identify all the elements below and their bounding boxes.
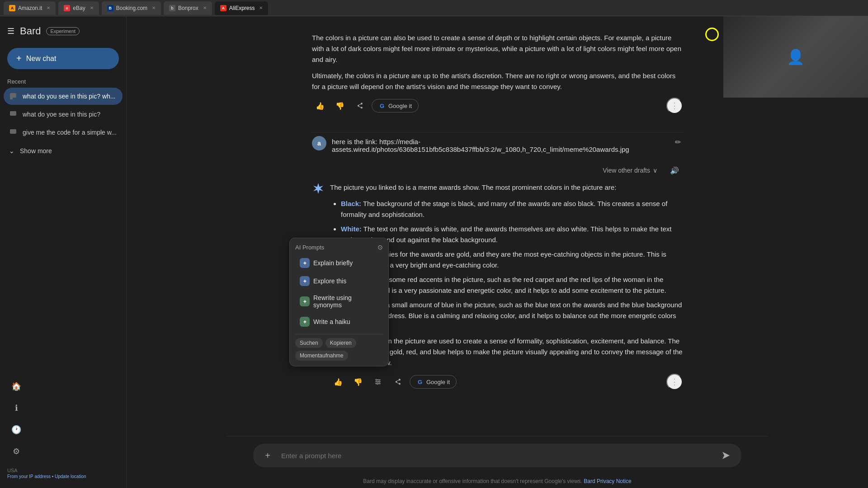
tag-momentaufnahme[interactable]: Momentaufnahme [295,351,348,361]
ai-text-1: The colors in a picture can also be used… [312,33,683,65]
tag-kopieren[interactable]: Kopieren [326,338,356,348]
sidebar-info-icon[interactable]: ℹ [7,399,25,417]
sidebar-header: ☰ Bard Experiment [0,22,126,44]
tag-suchen[interactable]: Suchen [295,338,323,348]
tab-bonprox[interactable]: b Bonprox ✕ [164,1,212,15]
list-item-white: White: The text on the awards is white, … [341,224,683,245]
hamburger-icon[interactable]: ☰ [7,26,14,36]
sidebar-home-icon[interactable]: 🏠 [7,377,25,395]
update-location-link[interactable]: From your IP address • Update location [7,474,119,479]
equalizer-button[interactable] [370,374,386,390]
sidebar-settings-icon[interactable]: ⚙ [7,442,25,460]
svg-point-7 [376,379,377,380]
input-plus-button[interactable]: + [260,448,275,463]
sidebar-item-chat2[interactable]: what do yoe see in this pic? [4,106,123,123]
haiku-label: Write a haiku [313,318,350,325]
thumbs-down-button-2[interactable]: 👎 [350,374,366,390]
thumbs-down-button-1[interactable]: 👎 [332,98,348,114]
disclaimer-text: Bard may display inaccurate or offensive… [363,478,582,484]
svg-point-8 [379,381,380,383]
second-ai-intro: The picture you linked to is a meme awar… [330,182,683,193]
tab-ebay-close[interactable]: ✕ [90,5,94,10]
tab-bonprox-close[interactable]: ✕ [203,5,207,10]
bard-response-header: View other drafts ∨ 🔊 [312,160,683,182]
tab-aliexpress[interactable]: A AliExpress ✕ [215,1,269,15]
prompt-explore-this[interactable]: ✦ Explore this [295,272,383,290]
sidebar-item-chat1[interactable]: what do you see in this pic? wh... [4,88,123,105]
popup-divider [295,334,383,334]
view-other-drafts-button[interactable]: View other drafts ∨ [597,164,663,177]
tab-booking[interactable]: B Booking.com ✕ [102,1,161,15]
thumbs-up-button-2[interactable]: 👍 [330,374,346,390]
sidebar-item-label-1: what do you see in this pic? wh... [23,93,115,100]
send-button[interactable] [718,447,734,464]
plus-icon: + [16,53,22,64]
sidebar-item-label-3: give me the code for a simple w... [23,129,117,136]
new-chat-button[interactable]: + New chat [7,48,119,69]
tab-ebay[interactable]: e eBay ✕ [58,1,99,15]
bard-privacy-link[interactable]: Bard Privacy Notice [584,478,631,484]
speaker-button[interactable]: 🔊 [666,162,683,178]
svg-rect-2 [10,111,16,116]
tab-ebay-label: eBay [73,5,85,11]
tab-booking-close[interactable]: ✕ [152,5,156,10]
prompt-explain-briefly[interactable]: ✦ Explain briefly [295,254,383,272]
prompt-write-haiku[interactable]: ✦ Write a haiku [295,313,383,330]
tab-amazon-close[interactable]: ✕ [47,5,50,10]
separator-1 [312,132,683,132]
more-button-1[interactable]: ⋮ [666,98,683,114]
first-ai-response: The colors in a picture can also be used… [312,25,683,121]
thumbs-up-button-1[interactable]: 👍 [312,98,328,114]
ai-prompts-close-button[interactable]: ⊙ [377,244,383,251]
google-g-icon-1: G [378,102,386,109]
tab-amazon[interactable]: A Amazon.it ✕ [4,1,56,15]
user-message-text: here is the link: https://media-assets.w… [332,136,668,153]
rewrite-icon: ✦ [300,296,310,306]
more-button-2[interactable]: ⋮ [666,374,683,390]
explain-label: Explain briefly [313,259,353,267]
black-desc: The background of the stage is black, an… [341,200,667,218]
view-drafts-label: View other drafts [603,167,650,174]
show-more-button[interactable]: ⌄ Show more [0,143,126,159]
edit-message-button[interactable]: ✏ [673,136,683,148]
explain-icon: ✦ [300,258,310,268]
input-area: + [226,436,769,474]
chat2-icon [9,110,17,118]
browser-chrome: A Amazon.it ✕ e eBay ✕ B Booking.com ✕ b… [0,0,868,16]
video-placeholder: 👤 [723,16,868,98]
tab-bonprox-label: Bonprox [178,5,198,11]
user-message: a here is the link: https://media-assets… [312,136,683,153]
sidebar-item-label-2: what do yoe see in this pic? [23,111,100,118]
share-button-2[interactable] [390,374,406,390]
sidebar-history-icon[interactable]: 🕐 [7,421,25,439]
ai-text-2: Ultimately, the colors in a picture are … [312,70,683,92]
cursor-indicator [705,28,719,41]
disclaimer: Bard may display inaccurate or offensive… [359,474,635,488]
svg-point-9 [377,383,378,385]
gold-desc: The trophies for the awards are gold, an… [341,250,666,269]
chat1-icon [9,92,17,100]
rewrite-label: Rewrite using synonyms [313,294,378,309]
red-desc: There are some red accents in the pictur… [341,276,666,294]
bard-star-icon [312,182,325,195]
amazon-favicon: A [9,5,15,11]
share-button-1[interactable] [352,98,368,114]
show-more-label: Show more [20,147,52,155]
list-item-black: Black: The background of the stage is bl… [341,198,683,220]
haiku-icon: ✦ [300,317,310,327]
sidebar-item-chat3[interactable]: give me the code for a simple w... [4,124,123,141]
ai-prompts-title: AI Prompts [295,244,324,251]
experiment-badge: Experiment [46,27,80,35]
booking-favicon: B [107,5,113,11]
location-country: USA [7,468,119,473]
tab-aliexpress-close[interactable]: ✕ [259,5,263,10]
sidebar: ☰ Bard Experiment + New chat Recent what… [0,16,127,488]
prompt-rewrite-synonyms[interactable]: ✦ Rewrite using synonyms [295,291,383,312]
prompt-input[interactable] [279,450,713,461]
popup-tags: Suchen Kopieren Momentaufnahme [295,338,383,361]
ebay-favicon: e [64,5,70,11]
chevron-down-drafts-icon: ∨ [653,167,657,174]
google-it-button-1[interactable]: G Google it [372,99,419,113]
google-it-button-2[interactable]: G Google it [410,375,457,389]
recent-label: Recent [0,73,126,88]
